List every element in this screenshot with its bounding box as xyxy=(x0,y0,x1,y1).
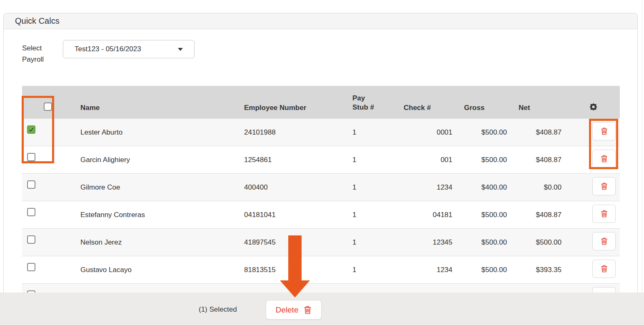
checkmark-icon xyxy=(28,127,34,132)
select-cell xyxy=(22,256,74,283)
trash-icon xyxy=(601,127,608,135)
pay-stub-cell: 1 xyxy=(346,256,397,283)
actions-cell xyxy=(567,256,620,283)
select-all-header xyxy=(22,86,74,118)
pay-stub-cell: 1 xyxy=(346,201,397,228)
trash-icon xyxy=(601,210,608,218)
actions-cell xyxy=(567,118,620,146)
actions-cell xyxy=(567,228,620,256)
employee-number-cell: 81813515 xyxy=(237,256,346,283)
name-cell: Estefanny Contreras xyxy=(74,201,237,228)
header-gross: Gross xyxy=(457,86,512,118)
header-check-number: Check # xyxy=(397,86,457,118)
row-checkbox[interactable] xyxy=(27,235,35,244)
select-cell xyxy=(22,201,74,228)
gross-cell: $500.00 xyxy=(457,201,512,228)
name-cell: Gilmore Coe xyxy=(74,173,237,201)
net-cell: $408.87 xyxy=(512,146,567,173)
header-name: Name xyxy=(74,86,237,118)
name-cell: Nelson Jerez xyxy=(74,228,237,256)
check-number-cell: 1234 xyxy=(397,256,457,283)
page-title: Quick Calcs xyxy=(15,16,60,26)
gross-cell: $400.00 xyxy=(457,173,512,201)
employee-number-cell: 1254861 xyxy=(237,146,346,173)
net-cell: $408.87 xyxy=(512,118,567,146)
check-number-cell: 04181 xyxy=(397,201,457,228)
select-payroll-label: Select Payroll xyxy=(22,42,55,65)
select-cell xyxy=(22,173,74,201)
employee-number-cell: 400400 xyxy=(237,173,346,201)
net-cell: $408.87 xyxy=(512,201,567,228)
delete-selected-button[interactable]: Delete xyxy=(266,300,322,320)
table-row: Gilmore Coe 400400 1 1234 $400.00 $0.00 xyxy=(22,173,620,201)
table-body: Lester Aburto 24101988 1 0001 $500.00 $4… xyxy=(22,118,620,311)
trash-icon xyxy=(601,182,608,190)
select-cell xyxy=(22,118,74,146)
panel-header: Quick Calcs xyxy=(4,13,637,29)
gear-icon[interactable] xyxy=(589,103,597,111)
quick-calcs-panel: Quick Calcs Select Payroll Test123 - 05/… xyxy=(3,13,638,325)
check-number-cell: 001 xyxy=(397,146,457,173)
table-header-row: Name Employee Number Pay Stub # Check # … xyxy=(22,86,620,118)
row-checkbox[interactable] xyxy=(27,125,35,134)
check-number-cell: 1234 xyxy=(397,173,457,201)
pay-stub-cell: 1 xyxy=(346,118,397,146)
gross-cell: $500.00 xyxy=(457,256,512,283)
row-checkbox[interactable] xyxy=(27,180,35,189)
select-cell xyxy=(22,146,74,173)
window-scrollbar-track[interactable] xyxy=(642,0,642,325)
name-cell: Lester Aburto xyxy=(74,118,237,146)
header-employee-number: Employee Number xyxy=(237,86,346,118)
employee-number-cell: 04181041 xyxy=(237,201,346,228)
table-row: Gustavo Lacayo 81813515 1 1234 $500.00 $… xyxy=(22,256,620,283)
chevron-down-icon xyxy=(178,48,183,51)
actions-cell xyxy=(567,146,620,173)
trash-icon xyxy=(601,265,608,272)
header-settings xyxy=(567,86,620,118)
payroll-dropdown[interactable]: Test123 - 05/16/2023 xyxy=(63,40,195,58)
gross-cell: $500.00 xyxy=(457,118,512,146)
row-delete-button[interactable] xyxy=(592,177,616,195)
header-pay-stub: Pay Stub # xyxy=(346,86,397,118)
selected-count-text: (1) Selected xyxy=(199,305,237,314)
table-row: Estefanny Contreras 04181041 1 04181 $50… xyxy=(22,201,620,228)
actions-cell xyxy=(567,173,620,201)
table-row: Lester Aburto 24101988 1 0001 $500.00 $4… xyxy=(22,118,620,146)
pay-stub-cell: 1 xyxy=(346,146,397,173)
row-checkbox[interactable] xyxy=(27,153,35,161)
select-cell xyxy=(22,228,74,256)
check-number-cell: 0001 xyxy=(397,118,457,146)
row-delete-button[interactable] xyxy=(592,122,616,140)
row-checkbox[interactable] xyxy=(27,263,35,271)
gross-cell: $500.00 xyxy=(457,146,512,173)
employee-number-cell: 24101988 xyxy=(237,118,346,146)
pay-stub-cell: 1 xyxy=(346,173,397,201)
table-row: Nelson Jerez 41897545 1 12345 $500.00 $5… xyxy=(22,228,620,256)
name-cell: Gustavo Lacayo xyxy=(74,256,237,283)
table-row: Garcin Alighiery 1254861 1 001 $500.00 $… xyxy=(22,146,620,173)
row-checkbox[interactable] xyxy=(27,208,35,216)
select-all-checkbox[interactable] xyxy=(44,102,52,111)
net-cell: $393.35 xyxy=(512,256,567,283)
trash-icon xyxy=(601,155,608,162)
row-delete-button[interactable] xyxy=(592,260,616,278)
header-net: Net xyxy=(512,86,567,118)
name-cell: Garcin Alighiery xyxy=(74,146,237,173)
net-cell: $500.00 xyxy=(512,228,567,256)
row-delete-button[interactable] xyxy=(592,205,616,223)
pay-stub-cell: 1 xyxy=(346,228,397,256)
actions-cell xyxy=(567,201,620,228)
trash-icon xyxy=(601,237,608,245)
trash-icon xyxy=(304,305,312,314)
check-number-cell: 12345 xyxy=(397,228,457,256)
net-cell: $0.00 xyxy=(512,173,567,201)
gross-cell: $500.00 xyxy=(457,228,512,256)
payroll-dropdown-value: Test123 - 05/16/2023 xyxy=(75,45,178,53)
action-footer: (1) Selected Delete xyxy=(0,292,644,325)
employee-number-cell: 41897545 xyxy=(237,228,346,256)
payroll-table: Name Employee Number Pay Stub # Check # … xyxy=(22,86,620,311)
row-delete-button[interactable] xyxy=(592,232,616,250)
row-delete-button[interactable] xyxy=(592,150,616,168)
delete-button-label: Delete xyxy=(276,305,299,315)
